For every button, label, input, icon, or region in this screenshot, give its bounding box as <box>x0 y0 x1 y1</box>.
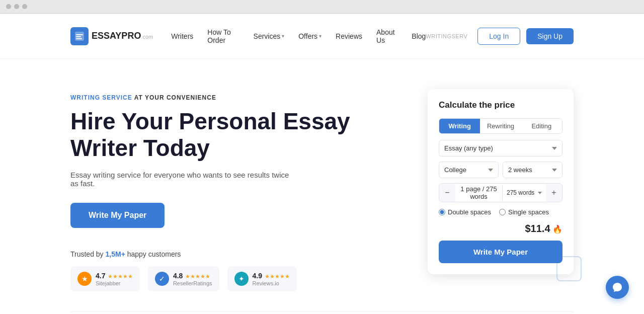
spacing-options: Double spaces Single spaces <box>439 208 562 216</box>
services-chevron: ▾ <box>282 33 284 39</box>
calc-decoration <box>556 256 582 281</box>
sitejabber-name: Sitejabber <box>96 280 133 286</box>
trust-text: Trusted by 1,5M+ happy customers <box>70 250 397 258</box>
tab-writing[interactable]: Writing <box>439 119 480 133</box>
price-calculator: Calculate the price Writing Rewriting Ed… <box>428 89 574 274</box>
offers-chevron: ▾ <box>319 33 321 39</box>
nav-reviews[interactable]: Reviews <box>336 32 362 40</box>
tab-rewriting[interactable]: Rewriting <box>480 119 521 133</box>
reviewsio-icon: ✦ <box>234 272 249 286</box>
browser-dot-1 <box>6 4 11 9</box>
resellerratings-icon: ✓ <box>155 272 169 286</box>
level-deadline-row: College High School University Master's … <box>439 162 562 178</box>
badge-reviewsio: ✦ 4.9 ★★★★★ Reviews.io <box>227 266 297 291</box>
spacing-single-radio[interactable] <box>499 209 506 215</box>
resellerratings-info: 4.8 ★★★★★ ResellerRatings <box>173 271 212 286</box>
login-button[interactable]: Log In <box>477 28 520 45</box>
writing-serv-text: WRITINGSERV <box>426 33 467 39</box>
nav-how-to-order[interactable]: How To Order <box>207 28 239 44</box>
spacing-double-radio[interactable] <box>439 209 445 215</box>
browser-dot-3 <box>22 4 27 9</box>
price-display: $11.4 🔥 <box>439 223 562 234</box>
chat-button[interactable] <box>606 276 629 299</box>
resellerratings-name: ResellerRatings <box>173 280 212 286</box>
price-amount: $11.4 <box>525 223 550 234</box>
hero-section: WRITING SERVICE AT YOUR CONVENIENCE Hire… <box>0 59 644 311</box>
tab-editing[interactable]: Editing <box>521 119 562 133</box>
hero-subtitle: Essay writing service for everyone who w… <box>70 171 292 188</box>
nav-services[interactable]: Services ▾ <box>254 32 285 40</box>
calc-title: Calculate the price <box>439 100 562 110</box>
reviewsio-info: 4.9 ★★★★★ Reviews.io <box>253 271 290 286</box>
fire-icon: 🔥 <box>552 225 562 233</box>
sitejabber-score: 4.7 ★★★★★ <box>96 271 133 280</box>
nav-links: Writers How To Order Services ▾ Offers ▾… <box>171 28 426 44</box>
calc-cta-button[interactable]: Write My Paper <box>439 241 562 263</box>
browser-dot-2 <box>14 4 19 9</box>
hero-tag-convenience: AT YOUR CONVENIENCE <box>132 94 216 101</box>
logo-link[interactable]: ESSAYPRO.com <box>70 27 153 45</box>
hero-cta-button[interactable]: Write My Paper <box>70 203 165 228</box>
spacing-single-option[interactable]: Single spaces <box>499 208 549 216</box>
nav-actions: WRITINGSERV Log In Sign Up <box>426 28 574 45</box>
pages-control: − 1 page / 275 words 275 words 550 words… <box>439 183 562 202</box>
resellerratings-score: 4.8 ★★★★★ <box>173 271 212 280</box>
nav-writers[interactable]: Writers <box>171 32 193 40</box>
trust-badges: ★ 4.7 ★★★★★ Sitejabber ✓ <box>70 266 397 291</box>
reviewsio-name: Reviews.io <box>253 280 290 286</box>
badge-sitejabber: ★ 4.7 ★★★★★ Sitejabber <box>70 266 140 291</box>
calc-tabs: Writing Rewriting Editing <box>439 118 562 134</box>
hero-tag: WRITING SERVICE AT YOUR CONVENIENCE <box>70 94 397 101</box>
nav-blog[interactable]: Blog <box>412 32 426 40</box>
sitejabber-icon: ★ <box>77 272 92 286</box>
nav-about-us[interactable]: About Us <box>376 28 397 44</box>
paper-type-select[interactable]: Essay (any type) Research Paper Term Pap… <box>439 140 562 156</box>
pages-increment-button[interactable]: + <box>546 184 562 202</box>
sitejabber-info: 4.7 ★★★★★ Sitejabber <box>96 271 133 286</box>
hero-tag-writing: WRITING SERVICE <box>70 94 132 101</box>
signup-button[interactable]: Sign Up <box>526 28 574 44</box>
browser-chrome <box>0 0 644 14</box>
nav-offers[interactable]: Offers ▾ <box>298 32 321 40</box>
hero-title: Hire Your Personal Essay Writer Today <box>70 108 397 162</box>
pages-dropdown[interactable]: 275 words 550 words 825 words <box>502 185 546 200</box>
deadline-select[interactable]: 2 weeks 3 hours 6 hours 12 hours 24 hour… <box>503 162 562 178</box>
badge-resellerratings: ✓ 4.8 ★★★★★ ResellerRatings <box>148 266 219 291</box>
logo-text: ESSAYPRO.com <box>92 31 153 41</box>
main-wrapper: ESSAYPRO.com Writers How To Order Servic… <box>0 14 644 314</box>
logo-icon <box>70 27 89 45</box>
pages-decrement-button[interactable]: − <box>439 184 455 202</box>
spacing-double-option[interactable]: Double spaces <box>439 208 491 216</box>
reviewsio-score: 4.9 ★★★★★ <box>253 271 290 280</box>
bottom-teaser: ‹ Team of Professional Essay Writers › <box>0 312 644 314</box>
navbar: ESSAYPRO.com Writers How To Order Servic… <box>0 14 644 59</box>
hero-content: WRITING SERVICE AT YOUR CONVENIENCE Hire… <box>70 89 397 291</box>
pages-value: 1 page / 275 words <box>455 185 502 200</box>
level-select[interactable]: College High School University Master's … <box>439 162 499 178</box>
trust-section: Trusted by 1,5M+ happy customers ★ 4.7 ★… <box>70 250 397 291</box>
